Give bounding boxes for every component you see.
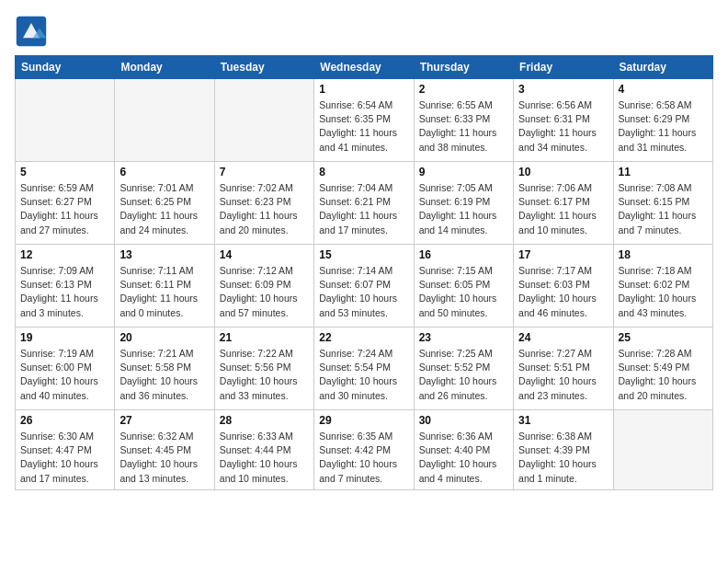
calendar-cell: 22Sunrise: 7:24 AM Sunset: 5:54 PM Dayli… [314, 327, 414, 410]
day-number: 4 [619, 83, 708, 96]
weekday-friday: Friday [514, 56, 613, 79]
calendar-cell [214, 79, 313, 162]
day-detail: Sunrise: 6:38 AM Sunset: 4:39 PM Dayligh… [518, 430, 608, 486]
day-number: 28 [220, 414, 309, 427]
calendar-cell [613, 410, 712, 490]
calendar-cell: 15Sunrise: 7:14 AM Sunset: 6:07 PM Dayli… [314, 245, 414, 327]
logo [15, 15, 53, 48]
day-detail: Sunrise: 7:01 AM Sunset: 6:25 PM Dayligh… [119, 181, 209, 237]
day-detail: Sunrise: 7:19 AM Sunset: 6:00 PM Dayligh… [20, 347, 109, 403]
calendar-cell: 5Sunrise: 6:59 AM Sunset: 6:27 PM Daylig… [16, 162, 115, 245]
calendar-cell [16, 79, 115, 162]
day-number: 26 [20, 414, 109, 427]
day-number: 25 [619, 331, 708, 344]
weekday-header-row: SundayMondayTuesdayWednesdayThursdayFrid… [16, 56, 713, 79]
day-detail: Sunrise: 7:06 AM Sunset: 6:17 PM Dayligh… [518, 181, 608, 237]
calendar-cell: 16Sunrise: 7:15 AM Sunset: 6:05 PM Dayli… [414, 245, 513, 327]
day-number: 23 [419, 331, 508, 344]
calendar-cell: 9Sunrise: 7:05 AM Sunset: 6:19 PM Daylig… [414, 162, 513, 245]
day-detail: Sunrise: 6:30 AM Sunset: 4:47 PM Dayligh… [20, 430, 109, 486]
calendar-cell: 28Sunrise: 6:33 AM Sunset: 4:44 PM Dayli… [214, 410, 313, 490]
day-number: 27 [119, 414, 209, 427]
day-number: 19 [20, 331, 109, 344]
day-number: 18 [619, 248, 708, 261]
calendar-cell: 6Sunrise: 7:01 AM Sunset: 6:25 PM Daylig… [115, 162, 214, 245]
day-number: 17 [518, 248, 608, 261]
day-number: 22 [319, 331, 408, 344]
calendar-cell: 4Sunrise: 6:58 AM Sunset: 6:29 PM Daylig… [613, 79, 712, 162]
day-number: 10 [518, 166, 608, 178]
calendar-cell: 7Sunrise: 7:02 AM Sunset: 6:23 PM Daylig… [214, 162, 313, 245]
day-number: 16 [419, 248, 508, 261]
weekday-wednesday: Wednesday [314, 56, 414, 79]
calendar-week-2: 5Sunrise: 6:59 AM Sunset: 6:27 PM Daylig… [16, 162, 713, 245]
day-detail: Sunrise: 6:55 AM Sunset: 6:33 PM Dayligh… [419, 98, 508, 155]
day-detail: Sunrise: 6:54 AM Sunset: 6:35 PM Dayligh… [319, 98, 408, 155]
day-detail: Sunrise: 6:58 AM Sunset: 6:29 PM Dayligh… [619, 98, 708, 155]
day-number: 21 [220, 331, 309, 344]
day-detail: Sunrise: 7:28 AM Sunset: 5:49 PM Dayligh… [619, 347, 708, 403]
calendar-body: 1Sunrise: 6:54 AM Sunset: 6:35 PM Daylig… [16, 79, 713, 490]
calendar-cell: 19Sunrise: 7:19 AM Sunset: 6:00 PM Dayli… [16, 327, 115, 410]
day-number: 8 [319, 166, 408, 178]
day-detail: Sunrise: 7:09 AM Sunset: 6:13 PM Dayligh… [20, 264, 109, 320]
day-number: 30 [419, 414, 508, 427]
calendar-week-1: 1Sunrise: 6:54 AM Sunset: 6:35 PM Daylig… [16, 79, 713, 162]
day-detail: Sunrise: 7:27 AM Sunset: 5:51 PM Dayligh… [518, 347, 608, 403]
weekday-monday: Monday [115, 56, 214, 79]
weekday-saturday: Saturday [613, 56, 712, 79]
day-number: 12 [20, 248, 109, 261]
day-number: 11 [619, 166, 708, 178]
calendar-week-3: 12Sunrise: 7:09 AM Sunset: 6:13 PM Dayli… [16, 245, 713, 327]
calendar-cell: 29Sunrise: 6:35 AM Sunset: 4:42 PM Dayli… [314, 410, 414, 490]
weekday-sunday: Sunday [16, 56, 115, 79]
calendar-cell: 10Sunrise: 7:06 AM Sunset: 6:17 PM Dayli… [514, 162, 613, 245]
calendar-cell: 21Sunrise: 7:22 AM Sunset: 5:56 PM Dayli… [214, 327, 313, 410]
day-number: 14 [220, 248, 309, 261]
calendar-cell: 20Sunrise: 7:21 AM Sunset: 5:58 PM Dayli… [115, 327, 214, 410]
day-number: 29 [319, 414, 408, 427]
calendar-cell: 13Sunrise: 7:11 AM Sunset: 6:11 PM Dayli… [115, 245, 214, 327]
day-number: 15 [319, 248, 408, 261]
day-detail: Sunrise: 7:15 AM Sunset: 6:05 PM Dayligh… [419, 264, 508, 320]
day-detail: Sunrise: 6:32 AM Sunset: 4:45 PM Dayligh… [119, 430, 209, 486]
calendar-cell: 3Sunrise: 6:56 AM Sunset: 6:31 PM Daylig… [514, 79, 613, 162]
day-detail: Sunrise: 7:12 AM Sunset: 6:09 PM Dayligh… [220, 264, 309, 320]
calendar-cell: 8Sunrise: 7:04 AM Sunset: 6:21 PM Daylig… [314, 162, 414, 245]
day-detail: Sunrise: 6:33 AM Sunset: 4:44 PM Dayligh… [220, 430, 309, 486]
day-number: 7 [220, 166, 309, 178]
day-number: 13 [119, 248, 209, 261]
calendar-week-5: 26Sunrise: 6:30 AM Sunset: 4:47 PM Dayli… [16, 410, 713, 490]
day-detail: Sunrise: 7:22 AM Sunset: 5:56 PM Dayligh… [220, 347, 309, 403]
logo-icon [15, 15, 48, 48]
day-detail: Sunrise: 7:08 AM Sunset: 6:15 PM Dayligh… [619, 181, 708, 237]
day-number: 24 [518, 331, 608, 344]
day-number: 31 [518, 414, 608, 427]
day-detail: Sunrise: 6:36 AM Sunset: 4:40 PM Dayligh… [419, 430, 508, 486]
weekday-tuesday: Tuesday [214, 56, 313, 79]
day-detail: Sunrise: 7:04 AM Sunset: 6:21 PM Dayligh… [319, 181, 408, 237]
calendar-cell: 30Sunrise: 6:36 AM Sunset: 4:40 PM Dayli… [414, 410, 513, 490]
calendar-cell: 24Sunrise: 7:27 AM Sunset: 5:51 PM Dayli… [514, 327, 613, 410]
day-number: 2 [419, 83, 508, 96]
calendar-header: SundayMondayTuesdayWednesdayThursdayFrid… [16, 56, 713, 79]
weekday-thursday: Thursday [414, 56, 513, 79]
calendar-cell: 11Sunrise: 7:08 AM Sunset: 6:15 PM Dayli… [613, 162, 712, 245]
calendar-table: SundayMondayTuesdayWednesdayThursdayFrid… [15, 55, 713, 490]
day-detail: Sunrise: 7:21 AM Sunset: 5:58 PM Dayligh… [119, 347, 209, 403]
calendar-cell: 18Sunrise: 7:18 AM Sunset: 6:02 PM Dayli… [613, 245, 712, 327]
day-number: 6 [119, 166, 209, 178]
calendar-week-4: 19Sunrise: 7:19 AM Sunset: 6:00 PM Dayli… [16, 327, 713, 410]
calendar-cell: 17Sunrise: 7:17 AM Sunset: 6:03 PM Dayli… [514, 245, 613, 327]
day-detail: Sunrise: 6:56 AM Sunset: 6:31 PM Dayligh… [518, 98, 608, 155]
day-detail: Sunrise: 7:25 AM Sunset: 5:52 PM Dayligh… [419, 347, 508, 403]
day-number: 5 [20, 166, 109, 178]
calendar-cell: 12Sunrise: 7:09 AM Sunset: 6:13 PM Dayli… [16, 245, 115, 327]
calendar-cell: 31Sunrise: 6:38 AM Sunset: 4:39 PM Dayli… [514, 410, 613, 490]
calendar-cell [115, 79, 214, 162]
calendar-cell: 27Sunrise: 6:32 AM Sunset: 4:45 PM Dayli… [115, 410, 214, 490]
calendar-cell: 2Sunrise: 6:55 AM Sunset: 6:33 PM Daylig… [414, 79, 513, 162]
page-header [15, 15, 713, 48]
calendar-cell: 25Sunrise: 7:28 AM Sunset: 5:49 PM Dayli… [613, 327, 712, 410]
day-detail: Sunrise: 7:18 AM Sunset: 6:02 PM Dayligh… [619, 264, 708, 320]
